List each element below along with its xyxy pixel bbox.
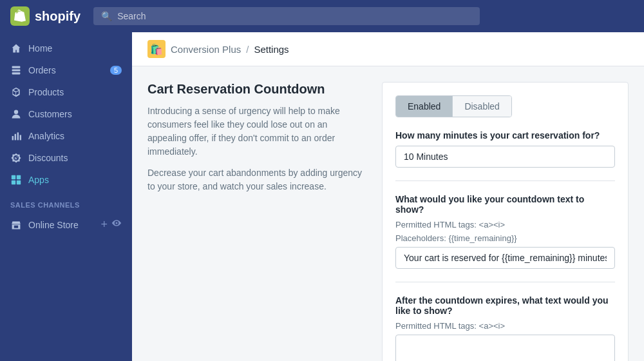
orders-icon	[10, 64, 22, 76]
content-area: 🛍️ Conversion Plus / Settings Cart Reser…	[132, 32, 644, 361]
sidebar-item-customers-label: Customers	[28, 109, 72, 119]
toggle-enabled-button[interactable]: Enabled	[396, 96, 452, 117]
search-input[interactable]	[117, 11, 472, 21]
svg-rect-8	[12, 175, 15, 179]
countdown-text-label: What would you like your countdown text …	[395, 194, 615, 215]
online-store-icon	[10, 219, 22, 231]
countdown-hint-1: Permitted HTML tags: <a><i>	[395, 220, 615, 229]
expired-text-label: After the countdown expires, what text w…	[395, 295, 615, 316]
right-panel: Enabled Disabled How many minutes is you…	[382, 82, 629, 361]
sidebar-item-orders-label: Orders	[28, 65, 56, 75]
sidebar-item-customers[interactable]: Customers	[0, 103, 132, 125]
svg-rect-1	[12, 69, 21, 71]
home-icon	[10, 43, 22, 54]
sidebar-item-orders[interactable]: Orders 5	[0, 59, 132, 81]
discounts-icon	[10, 152, 22, 164]
shopify-logo-text: shopify	[35, 9, 80, 24]
breadcrumb-app-link[interactable]: Conversion Plus	[171, 44, 241, 55]
main-layout: Home Orders 5 Products Customers A	[0, 32, 644, 361]
svg-point-3	[14, 110, 18, 114]
minutes-field-section: How many minutes is your cart reservatio…	[395, 130, 615, 168]
online-store-label: Online Store	[28, 220, 79, 230]
sidebar-item-apps-label: Apps	[28, 175, 49, 185]
sidebar-item-online-store[interactable]: Online Store +	[0, 213, 132, 237]
svg-rect-4	[12, 136, 14, 140]
sidebar-item-analytics-label: Analytics	[28, 131, 64, 141]
customers-icon	[10, 108, 22, 120]
sales-channels-label: SALES CHANNELS	[0, 191, 132, 213]
orders-badge: 5	[110, 66, 122, 75]
products-icon	[10, 86, 22, 98]
svg-rect-11	[17, 180, 21, 184]
apps-icon	[10, 174, 22, 186]
sidebar-item-discounts-label: Discounts	[28, 153, 68, 163]
sidebar-item-analytics[interactable]: Analytics	[0, 125, 132, 147]
sidebar-item-apps[interactable]: Apps	[0, 169, 132, 191]
minutes-label: How many minutes is your cart reservatio…	[395, 130, 615, 141]
store-actions: +	[100, 218, 122, 231]
svg-rect-7	[20, 135, 21, 140]
svg-rect-9	[17, 175, 21, 179]
svg-rect-0	[12, 66, 21, 68]
svg-rect-2	[12, 72, 21, 74]
section-desc-1: Introducing a sense of urgency will help…	[147, 104, 366, 159]
breadcrumb-current-page: Settings	[254, 44, 289, 55]
eye-icon[interactable]	[111, 218, 122, 231]
settings-content: Cart Reservation Countdown Introducing a…	[132, 66, 644, 361]
analytics-icon	[10, 130, 22, 142]
search-icon: 🔍	[101, 11, 112, 21]
toggle-group: Enabled Disabled	[395, 95, 512, 117]
topbar: shopify 🔍	[0, 0, 644, 32]
sidebar: Home Orders 5 Products Customers A	[0, 32, 132, 361]
plus-icon[interactable]: +	[100, 218, 108, 231]
divider-1	[395, 180, 615, 181]
sidebar-item-products[interactable]: Products	[0, 81, 132, 103]
app-icon: 🛍️	[147, 40, 166, 58]
breadcrumb-separator: /	[246, 44, 249, 55]
left-panel: Cart Reservation Countdown Introducing a…	[147, 82, 366, 201]
countdown-text-section: What would you like your countdown text …	[395, 194, 615, 269]
section-title: Cart Reservation Countdown	[147, 82, 366, 97]
expired-hint-1: Permitted HTML tags: <a><i>	[395, 321, 615, 331]
countdown-text-input[interactable]	[395, 247, 615, 269]
countdown-hint-2: Placeholders: {{time_remaining}}	[395, 233, 615, 243]
svg-rect-6	[17, 132, 19, 140]
sidebar-item-discounts[interactable]: Discounts	[0, 147, 132, 169]
expired-text-section: After the countdown expires, what text w…	[395, 295, 615, 361]
svg-rect-10	[12, 180, 15, 184]
shopify-logo: shopify	[10, 6, 80, 26]
section-desc-2: Decrease your cart abandonments by addin…	[147, 166, 366, 193]
sidebar-item-products-label: Products	[28, 87, 64, 97]
minutes-input[interactable]	[395, 146, 615, 168]
svg-rect-5	[15, 134, 16, 141]
search-bar[interactable]: 🔍	[93, 7, 480, 25]
shopify-icon	[10, 6, 30, 26]
expired-text-input[interactable]	[395, 335, 615, 361]
sidebar-item-home[interactable]: Home	[0, 37, 132, 59]
sidebar-item-home-label: Home	[28, 43, 52, 54]
breadcrumb: 🛍️ Conversion Plus / Settings	[132, 32, 644, 66]
divider-2	[395, 282, 615, 282]
toggle-disabled-button[interactable]: Disabled	[453, 96, 511, 117]
